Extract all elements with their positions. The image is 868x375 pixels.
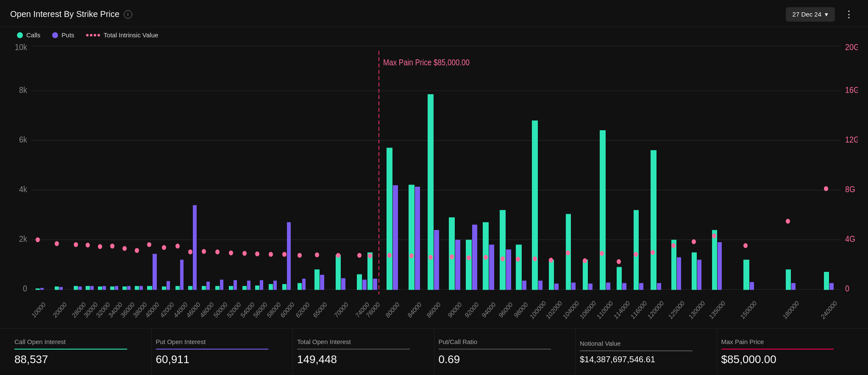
- svg-rect-70: [393, 185, 398, 290]
- calls-label: Calls: [26, 31, 40, 39]
- svg-rect-86: [538, 281, 542, 290]
- svg-rect-24: [59, 287, 63, 290]
- svg-rect-84: [522, 281, 526, 290]
- svg-point-151: [634, 252, 638, 257]
- svg-rect-69: [387, 148, 392, 290]
- svg-point-155: [712, 233, 716, 238]
- svg-point-132: [298, 253, 302, 257]
- svg-rect-93: [600, 130, 606, 290]
- svg-rect-71: [409, 185, 415, 290]
- more-options-button[interactable]: ⋮: [841, 7, 858, 22]
- svg-rect-73: [428, 94, 434, 290]
- svg-rect-42: [180, 260, 184, 290]
- svg-rect-53: [255, 285, 259, 290]
- call-oi-label: Call Open Interest: [14, 338, 147, 345]
- total-oi-label: Total Open Interest: [297, 338, 430, 345]
- svg-point-114: [55, 241, 59, 246]
- svg-rect-30: [103, 286, 106, 290]
- svg-point-128: [242, 251, 247, 256]
- svg-rect-25: [74, 286, 78, 290]
- svg-rect-39: [162, 286, 166, 290]
- svg-rect-48: [220, 280, 223, 290]
- pcr-value: 0.69: [439, 353, 571, 366]
- max-pain-value: $85,000.00: [721, 353, 854, 366]
- svg-rect-50: [234, 280, 237, 290]
- svg-point-116: [86, 243, 90, 247]
- svg-point-121: [147, 242, 151, 247]
- intrinsic-dashed-icon: [86, 34, 100, 36]
- svg-rect-64: [341, 278, 345, 290]
- svg-rect-97: [634, 210, 639, 290]
- svg-point-140: [450, 255, 454, 259]
- svg-rect-65: [357, 274, 362, 290]
- svg-rect-110: [791, 283, 796, 290]
- svg-rect-58: [287, 222, 291, 290]
- date-label: 27 Dec 24: [793, 11, 821, 18]
- svg-point-152: [651, 250, 655, 255]
- svg-rect-66: [362, 280, 367, 290]
- svg-point-139: [428, 255, 433, 260]
- svg-rect-111: [824, 272, 829, 290]
- svg-point-144: [516, 257, 520, 261]
- svg-rect-40: [167, 281, 170, 290]
- svg-text:12G: 12G: [845, 134, 858, 144]
- svg-point-141: [467, 255, 471, 260]
- header: Open Interest By Strike Price i 27 Dec 2…: [0, 0, 868, 27]
- svg-rect-38: [153, 254, 157, 290]
- svg-text:4k: 4k: [19, 184, 27, 194]
- svg-point-124: [188, 249, 192, 254]
- app-container: Open Interest By Strike Price i 27 Dec 2…: [0, 0, 868, 375]
- info-icon[interactable]: i: [124, 10, 132, 19]
- svg-text:8G: 8G: [845, 184, 855, 194]
- date-selector-button[interactable]: 27 Dec 24 ▾: [786, 7, 835, 22]
- svg-point-123: [175, 243, 180, 248]
- svg-rect-76: [455, 240, 460, 290]
- svg-rect-32: [115, 286, 118, 290]
- svg-rect-92: [588, 283, 593, 290]
- svg-rect-87: [549, 260, 554, 290]
- svg-rect-56: [273, 281, 277, 290]
- svg-text:Max Pain Price $85,000.00: Max Pain Price $85,000.00: [383, 58, 470, 67]
- svg-rect-107: [743, 260, 749, 290]
- svg-rect-22: [40, 288, 44, 290]
- stat-put-call-ratio: Put/Call Ratio 0.69: [434, 329, 576, 375]
- notional-underline: [580, 350, 693, 351]
- svg-point-122: [162, 245, 166, 250]
- svg-point-158: [824, 186, 828, 191]
- svg-point-117: [98, 244, 102, 249]
- svg-rect-36: [139, 286, 143, 290]
- stat-put-open-interest: Put Open Interest 60,911: [152, 329, 293, 375]
- total-oi-underline: [297, 349, 410, 350]
- puts-color-dot: [52, 32, 58, 38]
- svg-rect-41: [175, 286, 180, 290]
- svg-rect-90: [571, 283, 576, 290]
- header-left: Open Interest By Strike Price i: [10, 9, 132, 19]
- svg-point-126: [215, 249, 220, 254]
- header-right: 27 Dec 24 ▾ ⋮: [786, 7, 858, 22]
- svg-point-146: [549, 258, 553, 263]
- svg-rect-60: [302, 279, 306, 290]
- svg-point-113: [36, 237, 40, 242]
- svg-text:2k: 2k: [19, 234, 27, 243]
- pcr-label: Put/Call Ratio: [439, 338, 571, 345]
- legend-puts: Puts: [52, 31, 74, 39]
- svg-rect-108: [750, 282, 754, 290]
- main-chart-svg: 0 2k 4k 6k 8k 10k 0 4G 8G 12G 16G 20G Ma…: [10, 41, 858, 328]
- svg-text:20G: 20G: [845, 42, 858, 51]
- svg-point-157: [786, 219, 790, 224]
- svg-rect-26: [78, 286, 82, 290]
- footer-stats: Call Open Interest 88,537 Put Open Inter…: [0, 328, 868, 375]
- stat-total-open-interest: Total Open Interest 149,448: [293, 329, 434, 375]
- svg-rect-102: [677, 257, 681, 290]
- svg-rect-96: [622, 283, 626, 290]
- svg-point-156: [743, 243, 748, 248]
- svg-rect-33: [122, 286, 127, 290]
- call-oi-underline: [14, 349, 127, 350]
- svg-text:0: 0: [845, 283, 849, 293]
- svg-point-137: [387, 253, 392, 257]
- stat-max-pain-price: Max Pain Price $85,000.00: [717, 329, 858, 375]
- legend-intrinsic: Total Intrinsic Value: [86, 31, 158, 39]
- put-oi-label: Put Open Interest: [156, 338, 289, 345]
- stat-call-open-interest: Call Open Interest 88,537: [10, 329, 152, 375]
- svg-rect-44: [193, 205, 197, 290]
